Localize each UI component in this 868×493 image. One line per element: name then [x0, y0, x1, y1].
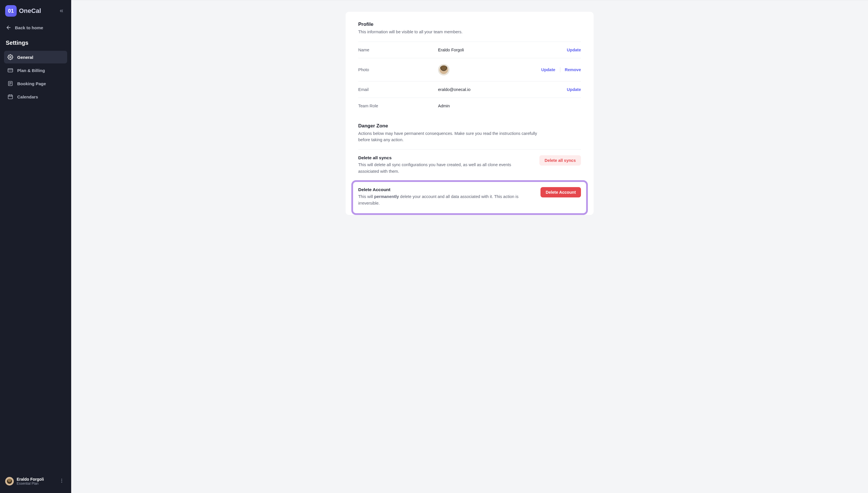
user-name: Eraldo Forgoli: [17, 477, 44, 481]
profile-section: Profile This information will be visible…: [358, 22, 581, 114]
sidebar-item-plan-billing[interactable]: Plan & Billing: [4, 64, 67, 77]
user-info[interactable]: Eraldo Forgoli Essential Plan: [5, 477, 44, 486]
more-vertical-icon: [59, 478, 64, 483]
row-label: Email: [358, 87, 438, 92]
row-value: eraldo@onecal.io: [438, 87, 567, 92]
delete-syncs-desc: This will delete all sync configurations…: [358, 162, 513, 174]
delete-account-title: Delete Account: [358, 187, 532, 192]
profile-photo: [438, 64, 449, 76]
sidebar-item-booking-page[interactable]: Booking Page: [4, 77, 67, 90]
update-email-link[interactable]: Update: [567, 87, 581, 92]
gear-icon: [7, 54, 13, 60]
sidebar-item-label: Booking Page: [17, 81, 46, 86]
sidebar-section-title: Settings: [4, 40, 67, 51]
arrow-left-icon: [6, 25, 12, 30]
profile-title: Profile: [358, 22, 581, 27]
danger-subtitle: Actions below may have permanent consequ…: [358, 131, 542, 143]
sidebar-item-general[interactable]: General: [4, 51, 67, 63]
delete-account-highlight: Delete Account This will permanently del…: [351, 180, 588, 215]
profile-row-photo: Photo Update Remove: [358, 58, 581, 81]
delete-syncs-title: Delete all syncs: [358, 155, 531, 160]
svg-rect-8: [8, 95, 13, 99]
svg-point-12: [61, 479, 62, 479]
svg-rect-2: [8, 69, 13, 72]
logo-text: OneCal: [19, 7, 41, 15]
delete-syncs-row: Delete all syncs This will delete all sy…: [358, 149, 581, 181]
delete-account-button[interactable]: Delete Account: [541, 187, 581, 197]
main-content: Profile This information will be visible…: [71, 0, 868, 493]
danger-title: Danger Zone: [358, 123, 581, 129]
svg-point-1: [10, 57, 11, 58]
row-label: Team Role: [358, 104, 438, 108]
back-to-home-link[interactable]: Back to home: [4, 22, 67, 33]
danger-zone-section: Danger Zone Actions below may have perma…: [358, 123, 581, 215]
user-plan: Essential Plan: [17, 481, 44, 486]
sidebar-item-label: General: [17, 55, 33, 60]
svg-point-14: [61, 482, 62, 483]
update-photo-link[interactable]: Update: [541, 67, 555, 72]
delete-account-row: Delete Account This will permanently del…: [358, 187, 581, 206]
collapse-sidebar-button[interactable]: [57, 6, 66, 16]
avatar: [5, 477, 14, 486]
sidebar-item-label: Plan & Billing: [17, 68, 45, 73]
credit-card-icon: [7, 67, 13, 73]
remove-photo-link[interactable]: Remove: [565, 67, 581, 72]
sidebar-item-calendars[interactable]: Calendars: [4, 90, 67, 103]
svg-point-13: [61, 480, 62, 481]
row-value: Admin: [438, 104, 581, 108]
user-menu-button[interactable]: [58, 476, 66, 486]
sidebar: 01 OneCal Back to home Settings General …: [0, 0, 71, 493]
profile-row-role: Team Role Admin: [358, 98, 581, 114]
back-label: Back to home: [15, 25, 43, 30]
settings-card: Profile This information will be visible…: [345, 12, 594, 215]
row-value: Eraldo Forgoli: [438, 48, 567, 52]
page-icon: [7, 81, 13, 86]
calendar-icon: [7, 94, 13, 100]
row-label: Name: [358, 48, 438, 52]
profile-row-name: Name Eraldo Forgoli Update: [358, 42, 581, 58]
delete-account-desc: This will permanently delete your accoun…: [358, 193, 519, 206]
profile-row-email: Email eraldo@onecal.io Update: [358, 81, 581, 98]
sidebar-header: 01 OneCal: [4, 5, 67, 17]
logo[interactable]: 01 OneCal: [5, 5, 41, 17]
chevron-double-left-icon: [59, 8, 64, 14]
profile-subtitle: This information will be visible to all …: [358, 29, 581, 35]
sidebar-footer: Eraldo Forgoli Essential Plan: [4, 475, 67, 488]
sidebar-item-label: Calendars: [17, 94, 38, 99]
row-label: Photo: [358, 67, 438, 72]
update-name-link[interactable]: Update: [567, 48, 581, 52]
logo-mark: 01: [5, 5, 17, 17]
delete-all-syncs-button[interactable]: Delete all syncs: [539, 155, 581, 166]
